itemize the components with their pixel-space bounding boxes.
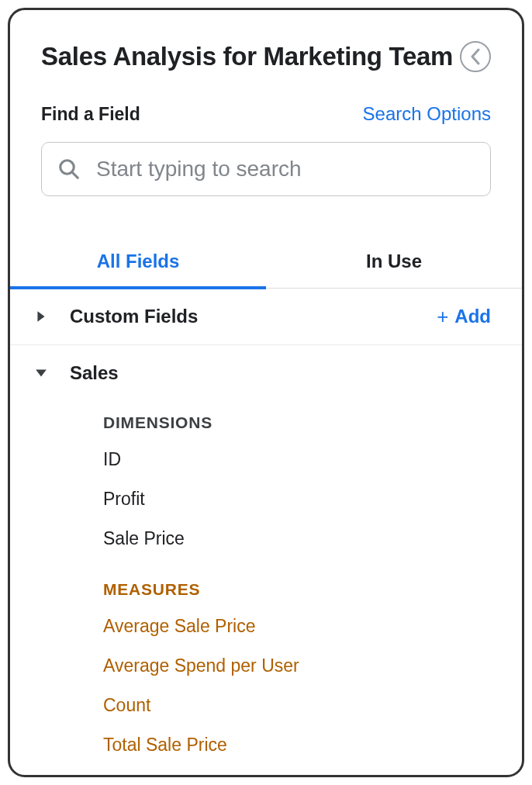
field-item[interactable]: Count: [10, 686, 522, 725]
field-item[interactable]: Sale Price: [10, 519, 522, 558]
search-input[interactable]: [96, 157, 475, 182]
sales-section: Sales: [10, 345, 522, 392]
search-icon: [57, 157, 81, 181]
field-item[interactable]: ID: [10, 440, 522, 479]
expand-custom-fields[interactable]: [29, 310, 53, 323]
sales-label: Sales: [70, 362, 491, 384]
tab-all-fields[interactable]: All Fields: [10, 237, 266, 288]
field-picker-panel: Sales Analysis for Marketing Team Find a…: [8, 8, 524, 777]
search-box[interactable]: [41, 142, 491, 196]
chevron-left-icon: [470, 48, 481, 65]
find-field-label: Find a Field: [41, 104, 140, 125]
collapse-sales[interactable]: [29, 368, 53, 378]
caret-right-icon: [36, 310, 46, 323]
svg-line-1: [72, 172, 78, 178]
caret-down-icon: [35, 368, 47, 378]
field-item[interactable]: Average Spend per User: [10, 646, 522, 686]
search-options-link[interactable]: Search Options: [363, 103, 491, 125]
field-item[interactable]: Profit: [10, 479, 522, 519]
add-label: Add: [454, 306, 491, 327]
custom-fields-label: Custom Fields: [70, 306, 437, 327]
field-item[interactable]: Total Sale Price: [10, 725, 522, 765]
measures-heading: MEASURES: [10, 558, 522, 607]
custom-fields-section: Custom Fields + Add: [10, 289, 522, 345]
add-custom-field-button[interactable]: + Add: [437, 306, 491, 327]
search-section: Find a Field Search Options: [10, 72, 522, 196]
field-item[interactable]: Average Sale Price: [10, 607, 522, 646]
dimensions-heading: DIMENSIONS: [10, 392, 522, 440]
tab-in-use[interactable]: In Use: [266, 237, 522, 288]
page-title: Sales Analysis for Marketing Team: [41, 42, 453, 71]
panel-header: Sales Analysis for Marketing Team: [10, 10, 522, 72]
tabs: All Fields In Use: [10, 237, 522, 289]
plus-icon: +: [437, 306, 448, 327]
back-button[interactable]: [460, 41, 491, 72]
